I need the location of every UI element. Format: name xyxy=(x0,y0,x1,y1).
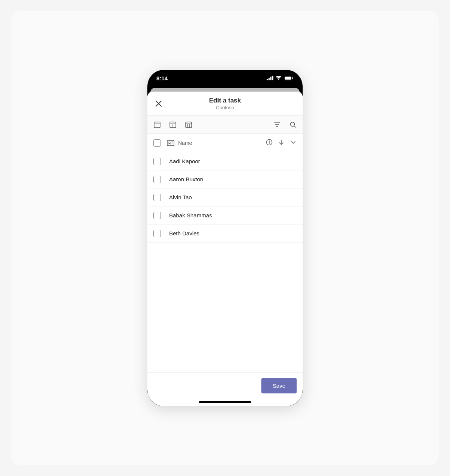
svg-rect-7 xyxy=(154,122,160,128)
info-button[interactable] xyxy=(266,139,273,147)
list-item[interactable]: Aaron Buxton xyxy=(147,170,303,188)
svg-point-9 xyxy=(155,122,156,123)
person-name: Aadi Kapoor xyxy=(169,158,200,164)
row-checkbox[interactable] xyxy=(153,176,161,183)
svg-point-11 xyxy=(157,122,158,123)
column-actions xyxy=(266,139,297,147)
view-month-button[interactable] xyxy=(184,120,193,129)
row-checkbox[interactable] xyxy=(153,158,161,165)
row-checkbox[interactable] xyxy=(153,194,161,201)
page-title: Edit a task xyxy=(147,97,303,104)
svg-rect-5 xyxy=(285,77,291,80)
list-item[interactable]: Alvin Tao xyxy=(147,188,303,206)
arrow-down-icon xyxy=(278,139,285,146)
select-all-checkbox[interactable] xyxy=(153,139,161,147)
sheet-header: Edit a task Contoso xyxy=(147,92,303,116)
people-list: Aadi Kapoor Aaron Buxton Alvin Tao Babak… xyxy=(147,152,303,372)
wifi-icon xyxy=(276,75,282,81)
svg-point-16 xyxy=(172,122,172,123)
status-time: 8:14 xyxy=(156,75,168,81)
battery-icon xyxy=(284,75,294,81)
filter-icon xyxy=(274,121,280,128)
view-day-button[interactable] xyxy=(153,120,162,129)
modal-sheet: Edit a task Contoso xyxy=(147,92,303,406)
name-column-label: Name xyxy=(178,140,192,146)
svg-point-36 xyxy=(269,143,270,144)
svg-rect-18 xyxy=(186,122,192,128)
list-item[interactable]: Beth Davies xyxy=(147,224,303,243)
toolbar xyxy=(147,116,303,134)
list-header: Name xyxy=(147,134,303,152)
svg-line-29 xyxy=(294,126,296,127)
calendar-day-icon xyxy=(153,121,161,128)
close-button[interactable] xyxy=(153,98,165,110)
svg-rect-6 xyxy=(292,77,293,79)
chevron-down-icon xyxy=(290,139,297,146)
header-titles: Edit a task Contoso xyxy=(147,97,303,110)
svg-point-24 xyxy=(189,122,189,123)
person-name: Aaron Buxton xyxy=(169,176,203,182)
expand-button[interactable] xyxy=(290,139,297,147)
svg-point-10 xyxy=(156,122,157,123)
toolbar-left xyxy=(153,120,193,129)
view-week-button[interactable] xyxy=(168,120,177,129)
save-button[interactable]: Save xyxy=(261,378,297,393)
filter-button[interactable] xyxy=(273,120,282,129)
svg-rect-1 xyxy=(268,78,270,80)
svg-point-23 xyxy=(188,122,188,123)
alert-circle-icon xyxy=(266,139,273,146)
phone-frame: 8:14 Edit a task xyxy=(147,70,303,406)
toolbar-right xyxy=(273,120,297,129)
list-item[interactable]: Aadi Kapoor xyxy=(147,152,303,170)
person-name: Babak Shammas xyxy=(169,212,212,218)
close-icon xyxy=(155,100,162,107)
svg-point-17 xyxy=(173,122,173,123)
person-name: Alvin Tao xyxy=(169,194,192,200)
calendar-month-icon xyxy=(185,121,192,128)
svg-rect-30 xyxy=(167,140,174,146)
svg-point-31 xyxy=(169,142,170,143)
svg-point-22 xyxy=(187,122,187,123)
row-checkbox[interactable] xyxy=(153,212,161,219)
search-icon xyxy=(290,121,296,128)
search-button[interactable] xyxy=(288,120,297,129)
home-indicator[interactable] xyxy=(199,401,251,403)
contact-card-icon xyxy=(167,140,174,146)
status-indicators xyxy=(267,75,294,81)
cellular-icon xyxy=(267,75,273,81)
svg-rect-3 xyxy=(272,76,273,80)
name-column-header[interactable]: Name xyxy=(167,140,260,146)
row-checkbox[interactable] xyxy=(153,230,161,237)
sort-button[interactable] xyxy=(278,139,285,147)
page-subtitle: Contoso xyxy=(147,105,303,110)
svg-rect-0 xyxy=(267,79,268,80)
canvas-card: 8:14 Edit a task xyxy=(11,11,439,465)
calendar-week-icon xyxy=(169,121,177,128)
phone-notch xyxy=(191,70,259,80)
svg-point-15 xyxy=(171,122,171,123)
list-item[interactable]: Babak Shammas xyxy=(147,206,303,224)
svg-rect-2 xyxy=(270,77,272,80)
person-name: Beth Davies xyxy=(169,230,200,236)
